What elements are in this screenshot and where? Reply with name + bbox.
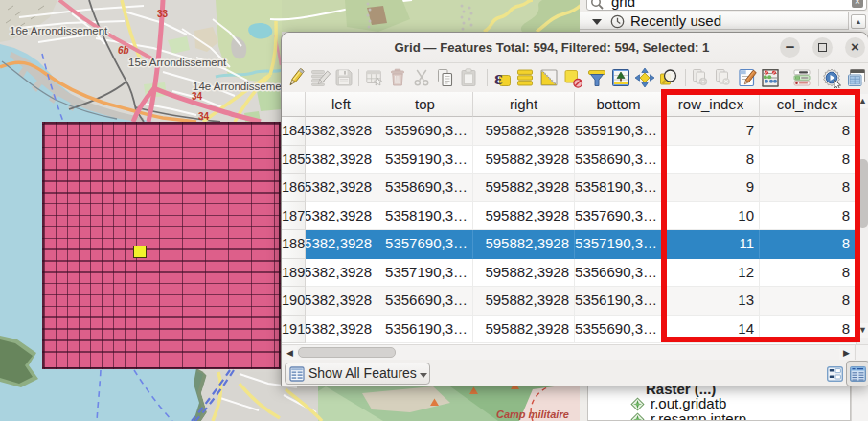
svg-text:15e Arrondissement: 15e Arrondissement <box>128 57 227 68</box>
svg-text:34: 34 <box>198 111 210 122</box>
svg-text:14e Arrondissement: 14e Arrondissement <box>193 81 291 92</box>
svg-text:33: 33 <box>157 9 169 19</box>
svg-text:34: 34 <box>192 91 203 102</box>
svg-text:6b: 6b <box>118 45 129 56</box>
svg-text:ε: ε <box>494 67 503 88</box>
svg-text:Camp militaire: Camp militaire <box>496 409 569 420</box>
svg-text:16e Arrondissement: 16e Arrondissement <box>10 25 108 36</box>
